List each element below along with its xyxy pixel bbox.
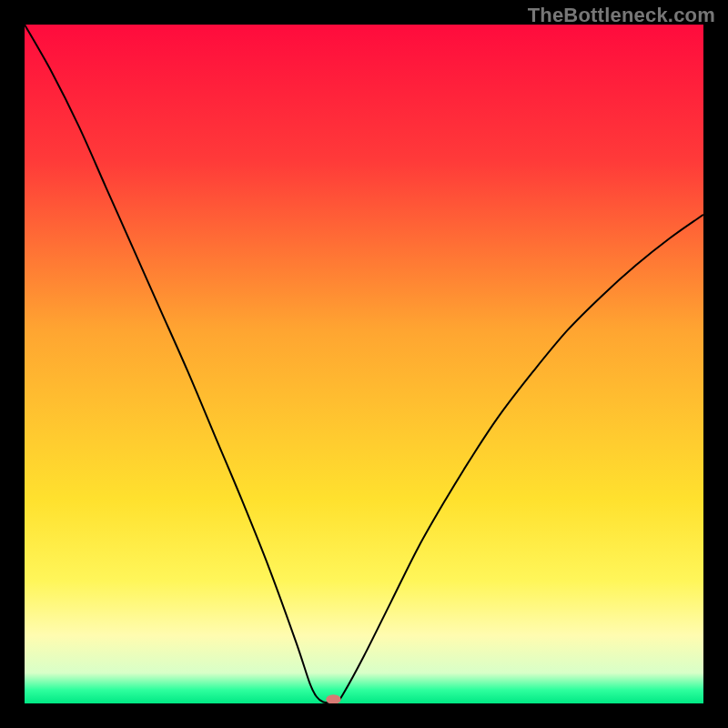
chart-svg (25, 25, 703, 703)
watermark-text: TheBottleneck.com (528, 4, 715, 27)
chart-frame: TheBottleneck.com (0, 0, 728, 728)
gradient-background (25, 25, 703, 703)
plot-area (25, 25, 703, 703)
